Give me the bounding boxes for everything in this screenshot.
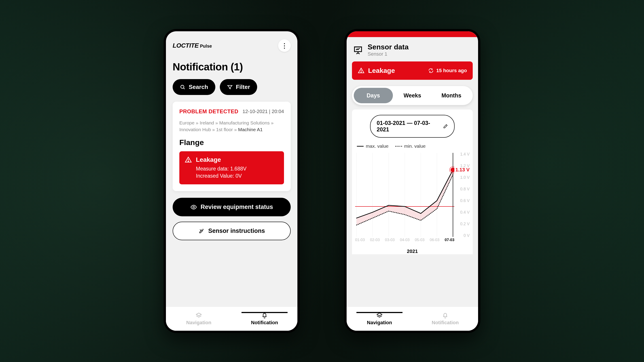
- filter-label: Filter: [236, 84, 250, 90]
- bell-icon: [261, 312, 268, 319]
- search-icon: [180, 84, 186, 90]
- layers-icon: [196, 312, 202, 319]
- status-bar-alert: [346, 31, 478, 37]
- screen-notification: LOCTITE Pulse ⋮ Notification (1) Search …: [166, 31, 298, 331]
- legend-min: min. value: [404, 143, 426, 149]
- tab-bar: Navigation Notification: [346, 307, 478, 331]
- screen-sensor: Sensor data Sensor 1 Leakage 15 hours ag…: [346, 31, 478, 331]
- sensor-subtitle: Sensor 1: [368, 51, 408, 57]
- segment-months[interactable]: Months: [432, 88, 471, 103]
- chart-x-tick: 06-03: [430, 238, 440, 242]
- bell-icon: [442, 312, 448, 319]
- svg-point-3: [188, 161, 189, 162]
- legend-solid-icon: [357, 146, 364, 147]
- date-range-button[interactable]: 01-03-2021 — 07-03-2021: [370, 115, 455, 138]
- problem-timestamp: 12-10-2021 | 20:04: [242, 109, 284, 114]
- search-label: Search: [189, 84, 208, 90]
- chart-y-tick: 1.4 V: [460, 152, 470, 157]
- chart-year-label: 2021: [355, 249, 470, 254]
- alert-title: Leakage: [196, 156, 246, 163]
- chart-x-tick: 07-03: [445, 238, 454, 242]
- time-range-segment: Days Weeks Months: [352, 86, 473, 105]
- chart-y-tick: 0.2 V: [460, 222, 470, 226]
- tab-notification[interactable]: Notification: [412, 312, 478, 326]
- notification-card[interactable]: PROBLEM DETECTED 12-10-2021 | 20:04 Euro…: [173, 102, 291, 191]
- page-title: Notification (1): [173, 61, 291, 73]
- search-button[interactable]: Search: [173, 79, 215, 95]
- tab-navigation[interactable]: Navigation: [166, 312, 232, 326]
- instructions-label: Sensor instructions: [208, 228, 265, 234]
- svg-point-4: [193, 206, 194, 208]
- segment-days[interactable]: Days: [354, 88, 393, 103]
- more-menu-button[interactable]: ⋮: [278, 39, 291, 52]
- eye-icon: [190, 204, 197, 211]
- breadcrumb: Europe » Ireland » Manufacturing Solutio…: [179, 120, 284, 133]
- warning-triangle-icon: [358, 67, 364, 74]
- tab-navigation[interactable]: Navigation: [346, 312, 412, 326]
- tab-notif-label: Notification: [251, 320, 278, 326]
- chart-plot-area[interactable]: 1.13 V 01-0302-0303-0304-0305-0306-0307-…: [355, 153, 470, 242]
- tab-notif-label: Notification: [432, 320, 459, 326]
- phone-notification: LOCTITE Pulse ⋮ Notification (1) Search …: [164, 29, 300, 333]
- leakage-alert: Leakage Measure data: 1.688V Increased V…: [179, 151, 284, 184]
- sensor-title: Sensor data: [368, 43, 408, 51]
- chart-x-tick: 04-03: [400, 238, 410, 242]
- chart-x-tick: 02-03: [370, 238, 380, 242]
- chart-legend: max. value min. value: [355, 143, 470, 149]
- chart-y-tick: 0.6 V: [460, 198, 470, 203]
- warning-triangle-icon: [185, 156, 192, 163]
- chart-x-tick: 05-03: [415, 238, 424, 242]
- tab-nav-label: Navigation: [367, 320, 392, 326]
- tab-bar: Navigation Notification: [166, 307, 298, 331]
- chart-y-tick: 1.2 V: [460, 164, 470, 168]
- layers-icon: [376, 312, 383, 319]
- presentation-chart-icon: [353, 45, 363, 55]
- chart-container: 01-03-2021 — 07-03-2021 max. value min. …: [352, 109, 473, 254]
- filter-icon: [227, 84, 233, 90]
- tools-icon: [198, 228, 204, 234]
- review-equipment-button[interactable]: Review equipment status: [173, 198, 291, 216]
- chart-y-tick: 0.4 V: [460, 210, 470, 215]
- alert-increased: Increased Value: 0V: [196, 172, 246, 179]
- legend-dotted-icon: [395, 146, 402, 147]
- review-label: Review equipment status: [200, 204, 273, 211]
- chart-x-tick: 01-03: [355, 238, 365, 242]
- legend-max: max. value: [366, 143, 389, 149]
- brand: LOCTITE Pulse: [173, 42, 212, 49]
- problem-status: PROBLEM DETECTED: [179, 108, 238, 115]
- header: LOCTITE Pulse ⋮ Notification (1) Search …: [166, 31, 298, 95]
- svg-point-0: [181, 85, 184, 88]
- leakage-banner[interactable]: Leakage 15 hours ago: [352, 61, 473, 80]
- alert-measure: Measure data: 1.688V: [196, 165, 246, 172]
- sensor-instructions-button[interactable]: Sensor instructions: [173, 222, 291, 240]
- filter-button[interactable]: Filter: [220, 79, 258, 95]
- sensor-header: Sensor data Sensor 1: [346, 37, 478, 61]
- line-chart-svg: [355, 153, 454, 237]
- brand-logo: LOCTITE: [173, 42, 198, 49]
- chart-y-tick: 1.0 V: [460, 175, 470, 180]
- svg-point-17: [450, 168, 454, 172]
- tab-nav-label: Navigation: [186, 320, 211, 326]
- brand-subtext: Pulse: [200, 43, 212, 49]
- chart-y-tick: 0 V: [464, 233, 470, 238]
- kebab-icon: ⋮: [281, 42, 288, 49]
- segment-weeks[interactable]: Weeks: [393, 88, 432, 103]
- pencil-icon: [443, 124, 448, 129]
- banner-label: Leakage: [368, 67, 395, 74]
- breadcrumb-current: Machine A1: [238, 127, 263, 132]
- banner-ago: 15 hours ago: [436, 68, 467, 73]
- date-range-text: 01-03-2021 — 07-03-2021: [377, 120, 439, 133]
- chart-x-axis: 01-0302-0303-0304-0305-0306-0307-03: [355, 238, 454, 242]
- chart-y-tick: 0.8 V: [460, 187, 470, 192]
- refresh-icon: [428, 68, 434, 73]
- phone-sensor-data: Sensor data Sensor 1 Leakage 15 hours ag…: [344, 29, 480, 333]
- chart-x-tick: 03-03: [385, 238, 395, 242]
- svg-line-1: [183, 88, 184, 89]
- tab-notification[interactable]: Notification: [232, 312, 298, 326]
- component-name: Flange: [179, 138, 284, 147]
- svg-point-7: [361, 72, 362, 72]
